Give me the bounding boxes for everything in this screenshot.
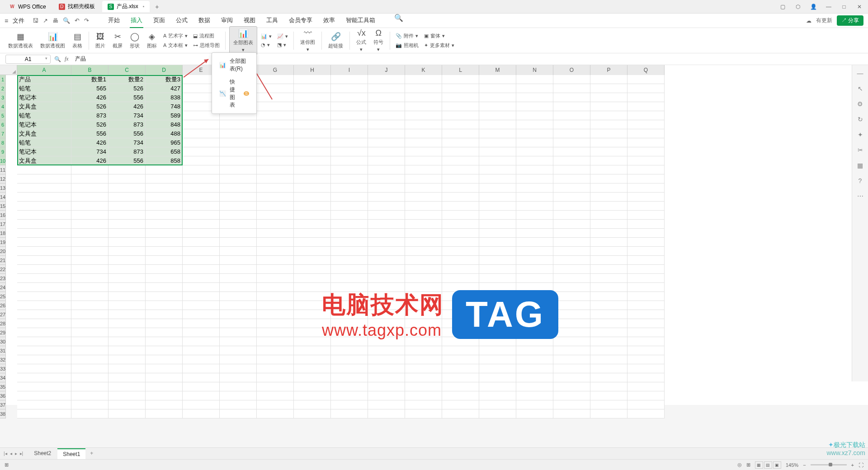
cell[interactable]: [553, 310, 590, 319]
cell[interactable]: [220, 328, 257, 337]
sheet-prev-button[interactable]: ◂: [10, 451, 12, 456]
cell[interactable]: [220, 202, 257, 211]
cell[interactable]: [553, 355, 590, 364]
cell[interactable]: [294, 319, 331, 328]
cell[interactable]: [17, 165, 71, 174]
cell[interactable]: [331, 174, 368, 183]
cell[interactable]: [294, 292, 331, 301]
cell[interactable]: [405, 84, 442, 93]
cell[interactable]: [108, 211, 146, 220]
cell[interactable]: [442, 346, 479, 355]
cell[interactable]: [108, 310, 146, 319]
cell[interactable]: [71, 328, 108, 337]
cell[interactable]: [627, 319, 665, 328]
cell[interactable]: [553, 147, 590, 156]
cell[interactable]: [590, 256, 627, 265]
cell[interactable]: [257, 292, 294, 301]
row-header-19[interactable]: 19: [0, 238, 6, 247]
cell[interactable]: [442, 183, 479, 193]
cell[interactable]: [590, 400, 627, 409]
tab-efficiency[interactable]: 效率: [322, 14, 336, 28]
cell[interactable]: [108, 274, 146, 283]
cell[interactable]: [331, 193, 368, 202]
cell[interactable]: [368, 301, 405, 310]
cell[interactable]: [331, 247, 368, 256]
column-header-O[interactable]: O: [553, 65, 590, 75]
cell[interactable]: [590, 301, 627, 310]
cell[interactable]: [368, 355, 405, 364]
cell[interactable]: 734: [108, 138, 146, 147]
cell[interactable]: [627, 391, 665, 400]
cell[interactable]: [405, 391, 442, 400]
cell[interactable]: [516, 120, 553, 129]
cell[interactable]: [516, 138, 553, 147]
cell[interactable]: [479, 238, 516, 247]
cell[interactable]: [294, 138, 331, 147]
cell[interactable]: [479, 229, 516, 238]
cell[interactable]: [479, 301, 516, 310]
cell[interactable]: [590, 147, 627, 156]
cell[interactable]: [220, 165, 257, 174]
row-header-8[interactable]: 8: [0, 138, 6, 147]
cell[interactable]: [183, 147, 220, 156]
cell[interactable]: [257, 193, 294, 202]
cell[interactable]: [17, 364, 71, 373]
cell[interactable]: [516, 193, 553, 202]
cell[interactable]: [368, 111, 405, 120]
cell[interactable]: [294, 247, 331, 256]
cell[interactable]: [146, 373, 183, 382]
cell[interactable]: [183, 229, 220, 238]
cell[interactable]: [405, 220, 442, 229]
cell[interactable]: [627, 147, 665, 156]
cell[interactable]: [108, 165, 146, 174]
cell[interactable]: [294, 265, 331, 274]
cloud-icon[interactable]: ☁: [806, 18, 811, 24]
cell[interactable]: [590, 138, 627, 147]
cell[interactable]: [627, 193, 665, 202]
cell[interactable]: [294, 373, 331, 382]
cell[interactable]: [17, 174, 71, 183]
cell[interactable]: [108, 301, 146, 310]
cell[interactable]: [516, 220, 553, 229]
zoom-label[interactable]: 145%: [786, 462, 798, 468]
cell[interactable]: [516, 274, 553, 283]
cell[interactable]: [590, 156, 627, 165]
all-charts-menu-item[interactable]: 📊全部图表(R): [212, 55, 256, 75]
cell[interactable]: [331, 202, 368, 211]
tab-tool[interactable]: 工具: [265, 14, 279, 28]
cell[interactable]: [479, 409, 516, 418]
cell[interactable]: [220, 220, 257, 229]
cell[interactable]: [405, 373, 442, 382]
cell[interactable]: [405, 75, 442, 84]
cell[interactable]: [71, 346, 108, 355]
cell[interactable]: [405, 409, 442, 418]
cell[interactable]: [17, 220, 71, 229]
cell[interactable]: [257, 355, 294, 364]
cell[interactable]: [479, 373, 516, 382]
cell[interactable]: [479, 274, 516, 283]
cell[interactable]: [220, 301, 257, 310]
cell[interactable]: [479, 84, 516, 93]
flowchart-button[interactable]: ⬓流程图: [191, 32, 222, 40]
cell[interactable]: [108, 220, 146, 229]
cell[interactable]: [71, 229, 108, 238]
cell[interactable]: [405, 111, 442, 120]
cell[interactable]: 数量3: [146, 75, 183, 84]
cell[interactable]: [331, 75, 368, 84]
cell[interactable]: [405, 337, 442, 346]
cell[interactable]: [331, 256, 368, 265]
cell[interactable]: [331, 373, 368, 382]
cell[interactable]: [257, 138, 294, 147]
cell[interactable]: [368, 265, 405, 274]
cell[interactable]: [294, 202, 331, 211]
cell[interactable]: [220, 409, 257, 418]
sheet-first-button[interactable]: |◂: [4, 451, 7, 456]
cell[interactable]: [405, 319, 442, 328]
cell[interactable]: [442, 111, 479, 120]
cell[interactable]: [516, 346, 553, 355]
cell[interactable]: [553, 229, 590, 238]
cell[interactable]: [17, 337, 71, 346]
cell[interactable]: [627, 84, 665, 93]
cell[interactable]: [368, 274, 405, 283]
cell[interactable]: [368, 220, 405, 229]
